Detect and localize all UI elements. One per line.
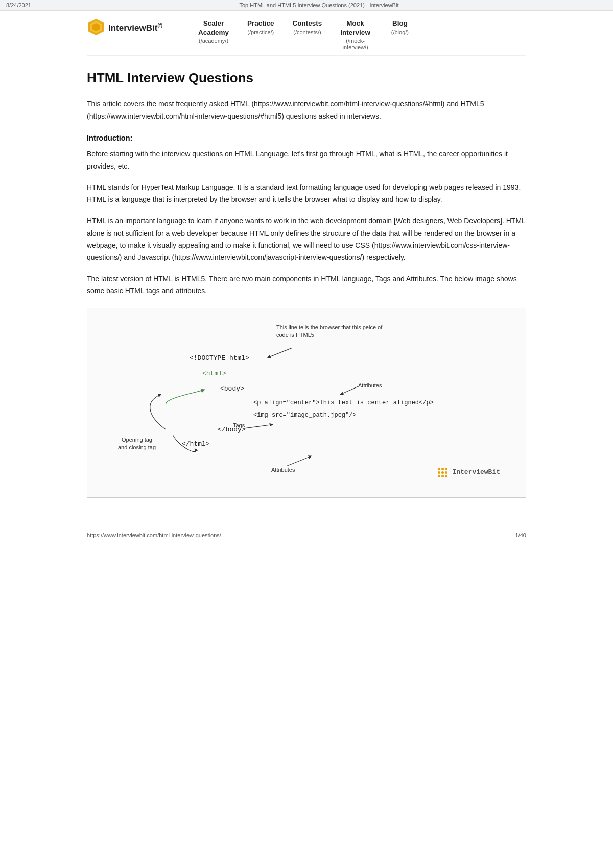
code-diagram-box: This line tells the browser that this pe… [87,308,526,498]
nav-item-contests[interactable]: Contests (/contests/) [284,19,332,40]
code-html-open: <html> [202,370,226,377]
code-body-open: <body> [220,385,244,393]
code-html-close: </html> [182,440,210,448]
footer-url: https://www.interviewbit.com/html-interv… [87,532,221,538]
nav-item-blog[interactable]: Blog (/blog/) [380,19,420,40]
browser-title: Top HTML and HTML5 Interview Questions (… [239,2,398,8]
para1: Before starting with the interview quest… [87,148,526,173]
page-number: 1/40 [515,532,526,538]
page-title: HTML Interview Questions [87,70,526,86]
browser-date: 8/24/2021 [6,2,31,8]
code-body-close: </body> [218,426,246,433]
para4: The latest version of HTML is HTML5. The… [87,273,526,298]
annotation-attributes2: Attributes [271,467,295,473]
diagram-footer-logo: InterviewBit [438,468,500,477]
para3: HTML is an important language to learn i… [87,215,526,264]
footer-bar: https://www.interviewbit.com/html-interv… [87,529,526,541]
logo-text: InterviewBit(f) [108,22,162,33]
intro-paragraph: This article covers the most frequently … [87,98,526,123]
svg-line-6 [287,456,312,466]
para2: HTML stands for HyperText Markup Languag… [87,181,526,206]
code-diagram: This line tells the browser that this pe… [103,318,510,482]
logo-superscript: (f) [157,22,162,28]
code-doctype: <!DOCTYPE html> [190,354,249,362]
nav-item-mock-interview[interactable]: MockInterview (/mock-interview/) [331,19,380,55]
logo-icon [87,18,105,38]
main-nav: ScalerAcademy (/academy/) Practice (/pra… [189,19,526,55]
code-img-line: <img src="image_path.jpeg"/> [253,412,357,419]
nav-item-practice[interactable]: Practice (/practice/) [238,19,284,40]
svg-line-5 [244,424,273,428]
nav-item-academy[interactable]: ScalerAcademy (/academy/) [189,19,238,49]
svg-line-3 [268,348,292,357]
browser-bar: 8/24/2021 Top HTML and HTML5 Interview Q… [0,0,613,11]
annotation-top: This line tells the browser that this pe… [276,324,382,339]
section-introduction: Introduction: [87,134,526,142]
diagram-logo-text: InterviewBit [452,468,500,476]
code-p-line: <p align="center">This text is center al… [253,399,434,406]
annotation-attributes1: Attributes [358,382,382,389]
svg-line-4 [341,385,360,394]
ib-dots-icon [438,468,449,477]
annotation-opening-tag: Opening tag and closing tag [118,436,156,452]
site-header: InterviewBit(f) ScalerAcademy (/academy/… [87,11,526,56]
logo-area[interactable]: InterviewBit(f) [87,18,169,38]
main-content: HTML Interview Questions This article co… [87,65,526,523]
